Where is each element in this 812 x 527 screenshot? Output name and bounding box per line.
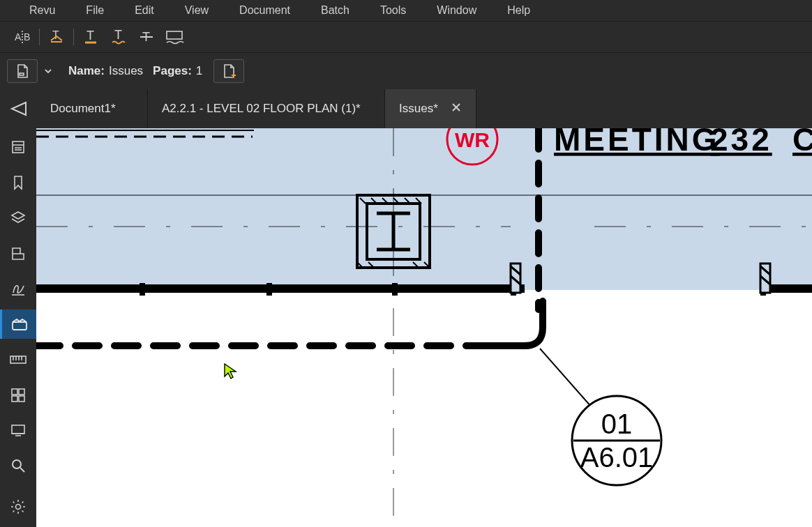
svg-rect-27 (12, 389, 17, 395)
search-panel-button[interactable] (0, 451, 36, 481)
underline-button[interactable]: T (77, 24, 105, 49)
menu-revu[interactable]: Revu (14, 1, 70, 20)
menu-document[interactable]: Document (224, 1, 306, 20)
menu-help[interactable]: Help (492, 1, 546, 20)
room-label-fragment: C (792, 128, 812, 158)
separator (73, 29, 74, 45)
svg-text:A: A (15, 31, 22, 43)
svg-text:T: T (87, 29, 94, 43)
spaces-panel-button[interactable] (0, 238, 36, 268)
squiggly-underline-button[interactable]: T (105, 24, 133, 49)
tab-label: A2.2.1 - LEVEL 02 FLOOR PLAN (1)* (162, 102, 361, 116)
nav-back-button[interactable] (0, 89, 36, 128)
svg-rect-28 (19, 389, 24, 395)
svg-text:T: T (114, 29, 122, 42)
bookmark-panel-button[interactable] (0, 168, 36, 198)
thumbnails-panel-button[interactable] (0, 380, 36, 410)
room-label-meeting: MEETING (554, 128, 720, 158)
highlight-raise-button[interactable]: T (43, 24, 70, 49)
svg-point-34 (13, 460, 21, 468)
svg-text:A6.01: A6.01 (580, 442, 654, 473)
svg-rect-11 (20, 73, 24, 75)
text-block-squiggle-button[interactable] (160, 24, 188, 49)
svg-line-60 (540, 349, 592, 407)
svg-line-35 (20, 468, 24, 472)
tab-label: Issues* (399, 102, 438, 116)
strikethrough-button[interactable]: T (133, 24, 160, 49)
svg-text:01: 01 (601, 408, 633, 439)
menu-view[interactable]: View (170, 1, 224, 20)
signatures-panel-button[interactable] (0, 274, 36, 304)
tab-strip: Document1* A2.2.1 - LEVEL 02 FLOOR PLAN … (0, 89, 812, 128)
svg-rect-21 (13, 322, 27, 330)
document-picker-button[interactable] (7, 59, 38, 83)
name-label: Name: (68, 64, 105, 78)
compare-text-button[interactable]: A B (8, 24, 36, 49)
menu-bar: Revu File Edit View Document Batch Tools… (0, 0, 812, 21)
studio-panel-button[interactable] (0, 415, 36, 445)
tab-issues[interactable]: Issues* (385, 89, 476, 128)
sets-panel-button[interactable] (0, 310, 36, 339)
menu-tools[interactable]: Tools (365, 1, 421, 20)
menu-edit[interactable]: Edit (119, 1, 170, 20)
room-number-232: 232 (710, 128, 772, 158)
file-panel-button[interactable] (0, 132, 36, 162)
left-panel-rail (0, 128, 36, 527)
svg-text:WR: WR (455, 128, 490, 151)
tab-floorplan[interactable]: A2.2.1 - LEVEL 02 FLOOR PLAN (1)* (148, 89, 385, 128)
measure-panel-button[interactable] (0, 344, 36, 374)
svg-rect-31 (12, 425, 24, 434)
layers-panel-button[interactable] (0, 203, 36, 233)
svg-rect-48 (266, 283, 272, 296)
menu-batch[interactable]: Batch (306, 1, 365, 20)
menu-window[interactable]: Window (421, 1, 492, 20)
drawing-canvas[interactable]: WR MEETING 232 C 01 (36, 128, 812, 527)
tab-close-button[interactable] (451, 102, 462, 116)
separator (39, 29, 40, 45)
detail-callout: 01 A6.01 (572, 396, 661, 485)
document-info-bar: Name: Issues Pages: 1 (0, 53, 812, 89)
add-page-button[interactable] (213, 59, 244, 83)
text-toolbar: A B T T T T (0, 21, 812, 53)
tab-document1[interactable]: Document1* (36, 89, 148, 128)
svg-point-36 (16, 504, 21, 509)
svg-rect-29 (12, 396, 17, 402)
svg-rect-44 (36, 284, 511, 293)
pages-label: Pages: (153, 64, 192, 78)
settings-panel-button[interactable] (0, 491, 36, 521)
svg-rect-30 (19, 396, 24, 402)
name-value: Issues (109, 64, 143, 78)
svg-rect-49 (392, 283, 398, 296)
svg-rect-10 (167, 31, 182, 39)
pages-value: 1 (196, 64, 202, 78)
menu-file[interactable]: File (70, 1, 119, 20)
tab-label: Document1* (50, 102, 116, 116)
svg-text:B: B (24, 31, 30, 43)
document-picker-chevron[interactable] (38, 66, 59, 76)
svg-rect-16 (13, 142, 24, 153)
svg-rect-47 (140, 283, 145, 296)
